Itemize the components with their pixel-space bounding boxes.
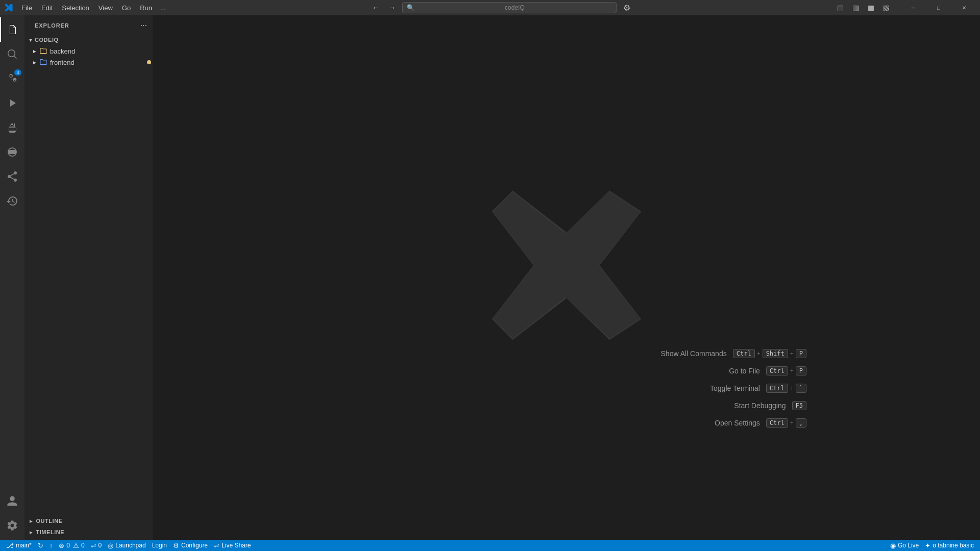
accounts-icon bbox=[6, 495, 18, 507]
shortcut-toggle-terminal: Toggle Terminal Ctrl + ` bbox=[635, 384, 806, 393]
configure-icon: ⚙ bbox=[173, 542, 179, 549]
status-errors[interactable]: ⊗ 0 ⚠ 0 bbox=[56, 540, 87, 551]
root-arrow-icon: ▼ bbox=[27, 36, 35, 44]
liveshare-text: Live Share bbox=[222, 542, 251, 549]
minimize-button[interactable]: ─ bbox=[901, 0, 925, 15]
nav-back-button[interactable]: ← bbox=[370, 2, 382, 13]
key-comma: , bbox=[796, 418, 806, 428]
shortcut-label-3: Start Debugging bbox=[694, 402, 786, 410]
shortcuts-grid: Show All Commands Ctrl + Shift + P Go to… bbox=[635, 349, 806, 428]
status-liveshare[interactable]: ⇌ Live Share bbox=[211, 540, 254, 551]
activity-timeline[interactable] bbox=[0, 189, 24, 213]
shortcut-label-2: Toggle Terminal bbox=[668, 384, 760, 392]
key-ctrl-3: Ctrl bbox=[766, 418, 788, 428]
publish-icon: ↑ bbox=[50, 542, 53, 549]
search-bar[interactable]: 🔍 codeIQ bbox=[402, 2, 617, 13]
close-button[interactable]: ✕ bbox=[952, 0, 976, 15]
activity-search[interactable] bbox=[0, 42, 24, 66]
timeline-section[interactable]: ► TIMELINE bbox=[24, 527, 153, 538]
title-bar-center: ← → 🔍 codeIQ ⚙ bbox=[370, 2, 633, 13]
activity-extensions[interactable] bbox=[0, 115, 24, 140]
timeline-icon bbox=[6, 195, 18, 207]
vscode-watermark-icon bbox=[480, 179, 653, 352]
menu-more[interactable]: ... bbox=[157, 3, 169, 13]
activity-liveshare[interactable] bbox=[0, 164, 24, 189]
status-login[interactable]: Login bbox=[149, 540, 170, 551]
menu-edit[interactable]: Edit bbox=[37, 3, 57, 13]
activity-bottom bbox=[0, 489, 24, 538]
root-folder-item[interactable]: ▼ CODEIQ bbox=[24, 34, 153, 45]
outline-section[interactable]: ► OUTLINE bbox=[24, 515, 153, 527]
activity-source-control[interactable]: 4 bbox=[0, 66, 24, 91]
account-button[interactable]: ⚙ bbox=[621, 2, 633, 13]
activity-remote-explorer[interactable] bbox=[0, 140, 24, 164]
activity-run[interactable] bbox=[0, 91, 24, 115]
explorer-content: ▼ CODEIQ ► backend ► front bbox=[24, 33, 153, 513]
key-backtick: ` bbox=[796, 384, 806, 393]
configure-text: Configure bbox=[181, 542, 208, 549]
shortcut-label-1: Go to File bbox=[668, 367, 760, 375]
key-sep2: + bbox=[790, 350, 794, 357]
menu-file[interactable]: File bbox=[17, 3, 36, 13]
sync-icon: ↻ bbox=[38, 542, 43, 549]
status-bar-right: ◉ Go Live ✦ o tabnine basic bbox=[887, 540, 977, 551]
branch-text: main* bbox=[16, 542, 32, 549]
golive-text: Go Live bbox=[898, 542, 919, 549]
key-sep: + bbox=[757, 350, 761, 357]
key-ctrl: Ctrl bbox=[733, 349, 755, 358]
menu-go[interactable]: Go bbox=[118, 3, 135, 13]
settings-icon bbox=[6, 519, 18, 532]
status-ports[interactable]: ⇌ 0 bbox=[88, 540, 105, 551]
extensions-icon bbox=[6, 121, 18, 134]
layout-button-1[interactable]: ▤ bbox=[834, 2, 847, 13]
ports-count: 0 bbox=[99, 542, 102, 549]
status-sync[interactable]: ↻ bbox=[35, 540, 46, 551]
menu-run[interactable]: Run bbox=[136, 3, 156, 13]
menu-view[interactable]: View bbox=[94, 3, 117, 13]
nav-forward-button[interactable]: → bbox=[386, 2, 398, 13]
search-text: codeIQ bbox=[418, 4, 612, 11]
tree-item-frontend[interactable]: ► frontend bbox=[24, 57, 153, 68]
key-sep-1: + bbox=[790, 367, 794, 374]
tree-item-backend[interactable]: ► backend bbox=[24, 45, 153, 57]
status-publish[interactable]: ↑ bbox=[46, 540, 56, 551]
key-p-1: P bbox=[796, 366, 806, 375]
root-label: CODEIQ bbox=[35, 37, 59, 43]
status-launchpad[interactable]: ◎ Launchpad bbox=[105, 540, 149, 551]
backend-label: backend bbox=[50, 47, 153, 55]
shortcut-start-debugging: Start Debugging F5 bbox=[635, 401, 806, 410]
shortcut-keys-3: F5 bbox=[792, 401, 806, 410]
shortcut-open-settings: Open Settings Ctrl + , bbox=[635, 418, 806, 428]
liveshare-status-icon: ⇌ bbox=[214, 542, 219, 549]
frontend-folder-icon bbox=[39, 58, 48, 67]
status-tabnine[interactable]: ✦ o tabnine basic bbox=[922, 540, 977, 551]
sidebar-title: EXPLORER bbox=[35, 22, 69, 29]
activity-accounts[interactable] bbox=[0, 489, 24, 513]
status-configure[interactable]: ⚙ Configure bbox=[170, 540, 211, 551]
source-control-badge: 4 bbox=[14, 69, 21, 76]
activity-explorer[interactable] bbox=[0, 17, 24, 42]
activity-settings[interactable] bbox=[0, 513, 24, 538]
sidebar-more-button[interactable]: ··· bbox=[140, 21, 147, 30]
tabnine-icon: ✦ bbox=[925, 542, 930, 549]
key-ctrl-1: Ctrl bbox=[766, 366, 788, 375]
sidebar: EXPLORER ··· ▼ CODEIQ ► backend bbox=[24, 15, 153, 540]
shortcut-goto-file: Go to File Ctrl + P bbox=[635, 366, 806, 375]
layout-button-2[interactable]: ▥ bbox=[849, 2, 862, 13]
key-ctrl-2: Ctrl bbox=[766, 384, 788, 393]
error-icon: ⊗ bbox=[59, 542, 64, 549]
status-golive[interactable]: ◉ Go Live bbox=[887, 540, 922, 551]
maximize-button[interactable]: □ bbox=[927, 0, 950, 15]
menu-selection[interactable]: Selection bbox=[58, 3, 93, 13]
status-bar-left: ⎇ main* ↻ ↑ ⊗ 0 ⚠ 0 ⇌ 0 ◎ Launchpad Lo bbox=[3, 540, 254, 551]
main-content: 4 bbox=[0, 15, 980, 540]
launchpad-text: Launchpad bbox=[115, 542, 145, 549]
layout-button-3[interactable]: ▦ bbox=[864, 2, 877, 13]
outline-arrow-icon: ► bbox=[29, 518, 34, 524]
divider bbox=[897, 4, 897, 12]
frontend-arrow-icon: ► bbox=[31, 58, 39, 66]
launchpad-icon: ◎ bbox=[108, 542, 113, 549]
branch-icon: ⎇ bbox=[6, 542, 14, 549]
status-branch[interactable]: ⎇ main* bbox=[3, 540, 35, 551]
layout-button-4[interactable]: ▧ bbox=[879, 2, 893, 13]
